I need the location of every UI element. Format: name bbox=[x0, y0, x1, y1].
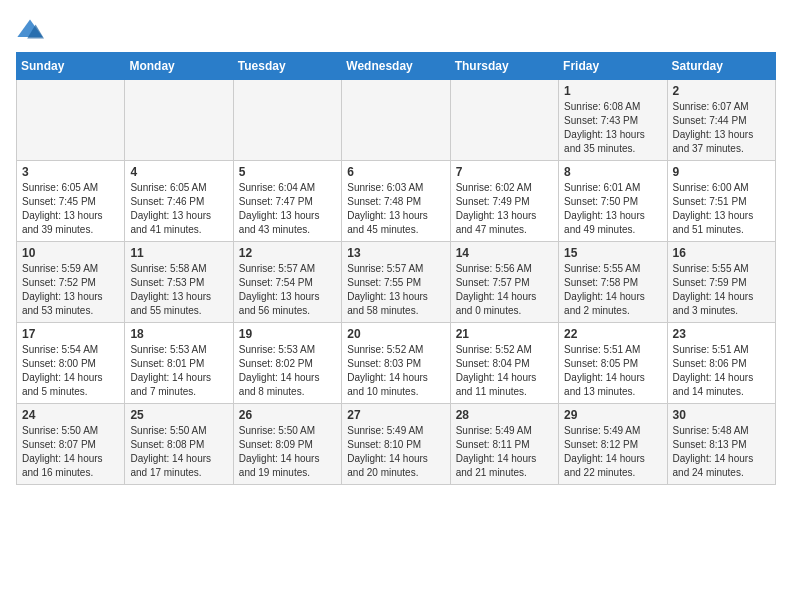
day-number: 4 bbox=[130, 165, 227, 179]
calendar-cell bbox=[450, 80, 558, 161]
day-detail: Sunrise: 5:52 AM Sunset: 8:04 PM Dayligh… bbox=[456, 343, 553, 399]
calendar-cell: 26Sunrise: 5:50 AM Sunset: 8:09 PM Dayli… bbox=[233, 404, 341, 485]
calendar-cell: 2Sunrise: 6:07 AM Sunset: 7:44 PM Daylig… bbox=[667, 80, 775, 161]
calendar-cell: 6Sunrise: 6:03 AM Sunset: 7:48 PM Daylig… bbox=[342, 161, 450, 242]
day-number: 10 bbox=[22, 246, 119, 260]
day-number: 23 bbox=[673, 327, 770, 341]
day-detail: Sunrise: 5:55 AM Sunset: 7:58 PM Dayligh… bbox=[564, 262, 661, 318]
day-number: 17 bbox=[22, 327, 119, 341]
logo bbox=[16, 16, 48, 44]
day-number: 11 bbox=[130, 246, 227, 260]
day-detail: Sunrise: 5:49 AM Sunset: 8:11 PM Dayligh… bbox=[456, 424, 553, 480]
day-detail: Sunrise: 5:57 AM Sunset: 7:54 PM Dayligh… bbox=[239, 262, 336, 318]
day-detail: Sunrise: 6:08 AM Sunset: 7:43 PM Dayligh… bbox=[564, 100, 661, 156]
day-detail: Sunrise: 5:48 AM Sunset: 8:13 PM Dayligh… bbox=[673, 424, 770, 480]
day-detail: Sunrise: 5:53 AM Sunset: 8:01 PM Dayligh… bbox=[130, 343, 227, 399]
day-number: 5 bbox=[239, 165, 336, 179]
calendar-cell: 19Sunrise: 5:53 AM Sunset: 8:02 PM Dayli… bbox=[233, 323, 341, 404]
calendar-cell: 13Sunrise: 5:57 AM Sunset: 7:55 PM Dayli… bbox=[342, 242, 450, 323]
calendar-table: SundayMondayTuesdayWednesdayThursdayFrid… bbox=[16, 52, 776, 485]
day-detail: Sunrise: 5:50 AM Sunset: 8:07 PM Dayligh… bbox=[22, 424, 119, 480]
calendar-cell: 14Sunrise: 5:56 AM Sunset: 7:57 PM Dayli… bbox=[450, 242, 558, 323]
calendar-cell: 12Sunrise: 5:57 AM Sunset: 7:54 PM Dayli… bbox=[233, 242, 341, 323]
calendar-cell: 25Sunrise: 5:50 AM Sunset: 8:08 PM Dayli… bbox=[125, 404, 233, 485]
calendar-cell: 27Sunrise: 5:49 AM Sunset: 8:10 PM Dayli… bbox=[342, 404, 450, 485]
calendar-cell: 17Sunrise: 5:54 AM Sunset: 8:00 PM Dayli… bbox=[17, 323, 125, 404]
calendar-cell: 20Sunrise: 5:52 AM Sunset: 8:03 PM Dayli… bbox=[342, 323, 450, 404]
calendar-cell: 23Sunrise: 5:51 AM Sunset: 8:06 PM Dayli… bbox=[667, 323, 775, 404]
day-number: 26 bbox=[239, 408, 336, 422]
day-detail: Sunrise: 5:54 AM Sunset: 8:00 PM Dayligh… bbox=[22, 343, 119, 399]
calendar-header-thursday: Thursday bbox=[450, 53, 558, 80]
day-number: 25 bbox=[130, 408, 227, 422]
calendar-cell: 3Sunrise: 6:05 AM Sunset: 7:45 PM Daylig… bbox=[17, 161, 125, 242]
day-detail: Sunrise: 6:04 AM Sunset: 7:47 PM Dayligh… bbox=[239, 181, 336, 237]
day-number: 29 bbox=[564, 408, 661, 422]
calendar-cell: 10Sunrise: 5:59 AM Sunset: 7:52 PM Dayli… bbox=[17, 242, 125, 323]
day-number: 2 bbox=[673, 84, 770, 98]
day-detail: Sunrise: 6:05 AM Sunset: 7:46 PM Dayligh… bbox=[130, 181, 227, 237]
day-detail: Sunrise: 6:00 AM Sunset: 7:51 PM Dayligh… bbox=[673, 181, 770, 237]
day-detail: Sunrise: 5:52 AM Sunset: 8:03 PM Dayligh… bbox=[347, 343, 444, 399]
day-detail: Sunrise: 6:03 AM Sunset: 7:48 PM Dayligh… bbox=[347, 181, 444, 237]
day-number: 9 bbox=[673, 165, 770, 179]
calendar-cell: 28Sunrise: 5:49 AM Sunset: 8:11 PM Dayli… bbox=[450, 404, 558, 485]
day-number: 7 bbox=[456, 165, 553, 179]
day-number: 21 bbox=[456, 327, 553, 341]
day-number: 27 bbox=[347, 408, 444, 422]
day-detail: Sunrise: 5:49 AM Sunset: 8:10 PM Dayligh… bbox=[347, 424, 444, 480]
calendar-cell bbox=[125, 80, 233, 161]
calendar-header-sunday: Sunday bbox=[17, 53, 125, 80]
day-number: 30 bbox=[673, 408, 770, 422]
calendar-header-monday: Monday bbox=[125, 53, 233, 80]
day-number: 22 bbox=[564, 327, 661, 341]
calendar-header-friday: Friday bbox=[559, 53, 667, 80]
calendar-cell: 18Sunrise: 5:53 AM Sunset: 8:01 PM Dayli… bbox=[125, 323, 233, 404]
day-number: 3 bbox=[22, 165, 119, 179]
calendar-cell: 7Sunrise: 6:02 AM Sunset: 7:49 PM Daylig… bbox=[450, 161, 558, 242]
calendar-cell: 29Sunrise: 5:49 AM Sunset: 8:12 PM Dayli… bbox=[559, 404, 667, 485]
day-detail: Sunrise: 5:56 AM Sunset: 7:57 PM Dayligh… bbox=[456, 262, 553, 318]
calendar-header-tuesday: Tuesday bbox=[233, 53, 341, 80]
day-number: 12 bbox=[239, 246, 336, 260]
day-detail: Sunrise: 5:49 AM Sunset: 8:12 PM Dayligh… bbox=[564, 424, 661, 480]
calendar-cell: 9Sunrise: 6:00 AM Sunset: 7:51 PM Daylig… bbox=[667, 161, 775, 242]
calendar-cell: 15Sunrise: 5:55 AM Sunset: 7:58 PM Dayli… bbox=[559, 242, 667, 323]
day-detail: Sunrise: 6:01 AM Sunset: 7:50 PM Dayligh… bbox=[564, 181, 661, 237]
day-number: 18 bbox=[130, 327, 227, 341]
calendar-header-wednesday: Wednesday bbox=[342, 53, 450, 80]
day-detail: Sunrise: 6:07 AM Sunset: 7:44 PM Dayligh… bbox=[673, 100, 770, 156]
header bbox=[16, 16, 776, 44]
calendar-cell: 8Sunrise: 6:01 AM Sunset: 7:50 PM Daylig… bbox=[559, 161, 667, 242]
day-number: 19 bbox=[239, 327, 336, 341]
day-number: 28 bbox=[456, 408, 553, 422]
day-detail: Sunrise: 5:58 AM Sunset: 7:53 PM Dayligh… bbox=[130, 262, 227, 318]
calendar-week-2: 3Sunrise: 6:05 AM Sunset: 7:45 PM Daylig… bbox=[17, 161, 776, 242]
day-detail: Sunrise: 5:57 AM Sunset: 7:55 PM Dayligh… bbox=[347, 262, 444, 318]
calendar-header-saturday: Saturday bbox=[667, 53, 775, 80]
day-number: 13 bbox=[347, 246, 444, 260]
calendar-cell: 24Sunrise: 5:50 AM Sunset: 8:07 PM Dayli… bbox=[17, 404, 125, 485]
calendar-cell: 5Sunrise: 6:04 AM Sunset: 7:47 PM Daylig… bbox=[233, 161, 341, 242]
logo-icon bbox=[16, 16, 44, 44]
calendar-cell bbox=[233, 80, 341, 161]
calendar-cell: 30Sunrise: 5:48 AM Sunset: 8:13 PM Dayli… bbox=[667, 404, 775, 485]
day-detail: Sunrise: 5:50 AM Sunset: 8:09 PM Dayligh… bbox=[239, 424, 336, 480]
day-number: 16 bbox=[673, 246, 770, 260]
day-number: 8 bbox=[564, 165, 661, 179]
calendar-week-4: 17Sunrise: 5:54 AM Sunset: 8:00 PM Dayli… bbox=[17, 323, 776, 404]
day-detail: Sunrise: 5:53 AM Sunset: 8:02 PM Dayligh… bbox=[239, 343, 336, 399]
calendar-cell: 4Sunrise: 6:05 AM Sunset: 7:46 PM Daylig… bbox=[125, 161, 233, 242]
day-number: 1 bbox=[564, 84, 661, 98]
calendar-cell: 21Sunrise: 5:52 AM Sunset: 8:04 PM Dayli… bbox=[450, 323, 558, 404]
day-detail: Sunrise: 5:50 AM Sunset: 8:08 PM Dayligh… bbox=[130, 424, 227, 480]
calendar-cell: 11Sunrise: 5:58 AM Sunset: 7:53 PM Dayli… bbox=[125, 242, 233, 323]
day-detail: Sunrise: 6:02 AM Sunset: 7:49 PM Dayligh… bbox=[456, 181, 553, 237]
calendar-week-5: 24Sunrise: 5:50 AM Sunset: 8:07 PM Dayli… bbox=[17, 404, 776, 485]
day-number: 14 bbox=[456, 246, 553, 260]
day-detail: Sunrise: 5:59 AM Sunset: 7:52 PM Dayligh… bbox=[22, 262, 119, 318]
calendar-cell: 22Sunrise: 5:51 AM Sunset: 8:05 PM Dayli… bbox=[559, 323, 667, 404]
day-number: 6 bbox=[347, 165, 444, 179]
calendar-week-1: 1Sunrise: 6:08 AM Sunset: 7:43 PM Daylig… bbox=[17, 80, 776, 161]
day-detail: Sunrise: 5:51 AM Sunset: 8:06 PM Dayligh… bbox=[673, 343, 770, 399]
